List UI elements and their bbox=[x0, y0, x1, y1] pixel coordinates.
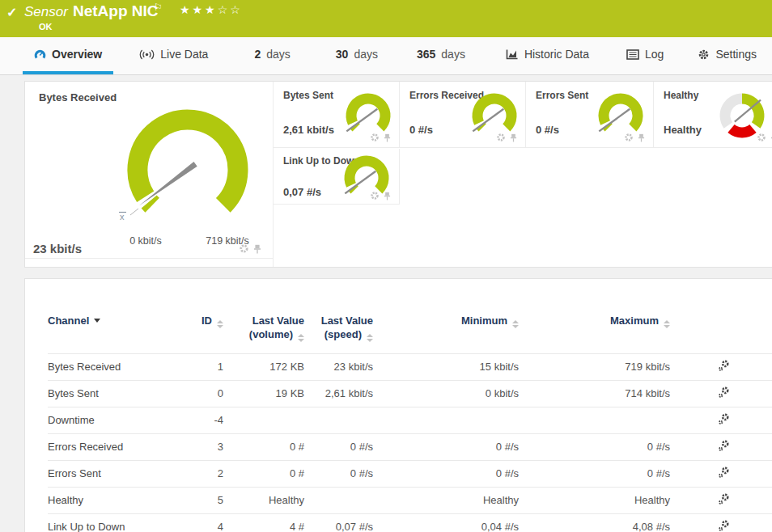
gauge-card-link-up-to-down[interactable]: Link Up to Down 0,07 #/s bbox=[274, 149, 400, 205]
channel-settings-icon[interactable] bbox=[717, 439, 731, 453]
tab-historic-data[interactable]: Historic Data bbox=[504, 37, 591, 74]
area-chart-icon bbox=[506, 49, 519, 60]
gauge-card-bytes-received[interactable]: Bytes Received x 0 kbit/s 719 kbit/s 23 … bbox=[25, 82, 274, 267]
last-value-volume: 19 KB bbox=[223, 380, 304, 407]
gauge-value: 0,07 #/s bbox=[283, 186, 321, 198]
tab-365-days[interactable]: 365 days bbox=[415, 37, 467, 74]
tab-settings[interactable]: Settings bbox=[696, 37, 758, 74]
channel-name: Errors Sent bbox=[48, 460, 177, 487]
last-value-speed: 23 kbit/s bbox=[304, 353, 373, 380]
status-ok-check-icon: ✓ bbox=[6, 5, 17, 20]
tab-label: Settings bbox=[715, 48, 757, 61]
channel-id: 1 bbox=[177, 353, 223, 380]
pin-icon[interactable] bbox=[384, 192, 391, 201]
table-row[interactable]: Errors Received 3 0 # 0 #/s 0 #/s 0 #/s bbox=[48, 433, 772, 460]
gauge-value: 0 #/s bbox=[536, 124, 559, 136]
maximum-value: Healthy bbox=[519, 487, 670, 513]
tab-label: days bbox=[266, 48, 291, 61]
table-row[interactable]: Bytes Sent 0 19 KB 2,61 kbit/s 0 kbit/s … bbox=[48, 380, 772, 407]
tab-number: 30 bbox=[336, 48, 349, 61]
maximum-value: 714 kbit/s bbox=[519, 380, 670, 407]
table-row[interactable]: Bytes Received 1 172 KB 23 kbit/s 15 kbi… bbox=[48, 353, 772, 380]
channel-gear-icon[interactable] bbox=[624, 133, 634, 142]
average-marker-label: x bbox=[120, 212, 125, 222]
channel-settings-icon[interactable] bbox=[717, 412, 731, 426]
tab-number: 365 bbox=[417, 48, 435, 61]
status-badge: OK bbox=[39, 22, 53, 32]
gauge-icon bbox=[34, 49, 46, 61]
column-header-actions bbox=[670, 279, 772, 353]
channel-settings-icon[interactable] bbox=[717, 492, 731, 506]
channel-table: Channel ID Last Value (volume) Last Valu… bbox=[48, 279, 772, 532]
gauge-card-errors-sent[interactable]: Errors Sent 0 #/s bbox=[526, 82, 654, 148]
gauge-value: Healthy bbox=[664, 124, 702, 136]
table-row[interactable]: Errors Sent 2 0 # 0 #/s 0 #/s 0 #/s bbox=[48, 460, 772, 487]
sort-icon bbox=[217, 320, 223, 328]
column-header-minimum[interactable]: Minimum bbox=[373, 279, 519, 353]
channel-settings-icon[interactable] bbox=[717, 519, 731, 532]
table-row[interactable]: Downtime -4 bbox=[48, 407, 772, 433]
channel-gear-icon[interactable] bbox=[496, 133, 506, 142]
gear-icon bbox=[698, 49, 710, 61]
tab-number: 2 bbox=[254, 48, 261, 61]
flag-icon[interactable]: ⚐ bbox=[154, 2, 163, 13]
channel-table-panel: Channel ID Last Value (volume) Last Valu… bbox=[24, 278, 772, 532]
sensor-title: NetApp NIC bbox=[73, 2, 159, 20]
object-kind-label: Sensor bbox=[24, 4, 68, 20]
pin-icon[interactable] bbox=[253, 244, 261, 254]
sensor-header: ✓ Sensor NetApp NIC ⚐ ★★★☆☆ OK bbox=[0, 0, 772, 37]
channel-name: Healthy bbox=[48, 487, 177, 513]
overview-gauges-panel: Bytes Received x 0 kbit/s 719 kbit/s 23 … bbox=[24, 81, 772, 268]
pin-icon[interactable] bbox=[510, 133, 517, 142]
last-value-volume bbox=[223, 407, 304, 433]
maximum-value bbox=[519, 407, 670, 433]
tab-bar: Overview Live Data 2 days 30 days 365 da… bbox=[0, 37, 772, 75]
minimum-value bbox=[373, 407, 519, 433]
last-value-volume: 172 KB bbox=[223, 353, 304, 380]
gauge-title: Healthy bbox=[664, 90, 698, 101]
gauge-card-errors-received[interactable]: Errors Received 0 #/s bbox=[400, 82, 526, 148]
channel-name: Errors Received bbox=[48, 433, 177, 460]
column-header-maximum[interactable]: Maximum bbox=[519, 279, 670, 353]
sort-icon bbox=[664, 320, 670, 328]
tab-overview[interactable]: Overview bbox=[23, 37, 113, 74]
small-gauge-grid: Bytes Sent 2,61 kbit/s Errors Received bbox=[274, 82, 772, 267]
column-header-id[interactable]: ID bbox=[177, 279, 223, 353]
table-row[interactable]: Healthy 5 Healthy Healthy Healthy bbox=[48, 487, 772, 513]
channel-gear-icon[interactable] bbox=[370, 133, 380, 142]
last-value-speed bbox=[304, 407, 373, 433]
column-header-last-value-speed[interactable]: Last Value (speed) bbox=[304, 279, 373, 353]
gauge-min-label: 0 kbit/s bbox=[117, 235, 174, 247]
gauge-value: 23 kbit/s bbox=[33, 242, 82, 255]
tab-2-days[interactable]: 2 days bbox=[252, 37, 291, 74]
last-value-volume: 0 # bbox=[223, 460, 304, 487]
last-value-volume: Healthy bbox=[223, 487, 304, 513]
tab-log[interactable]: Log bbox=[625, 37, 665, 74]
channel-id: -4 bbox=[177, 407, 223, 433]
gauge-card-healthy[interactable]: Healthy Healthy bbox=[654, 82, 772, 148]
table-row[interactable]: Link Up to Down 4 4 # 0,07 #/s 0,04 #/s … bbox=[48, 513, 772, 532]
channel-settings-icon[interactable] bbox=[717, 359, 731, 373]
last-value-speed: 0,07 #/s bbox=[304, 513, 373, 532]
tab-label: Log bbox=[645, 48, 664, 61]
channel-gear-icon[interactable] bbox=[757, 133, 766, 142]
channel-settings-icon[interactable] bbox=[717, 466, 731, 479]
gauge-title: Bytes Sent bbox=[283, 90, 333, 101]
broadcast-icon bbox=[139, 49, 155, 60]
column-header-channel[interactable]: Channel bbox=[48, 279, 177, 353]
last-value-volume: 0 # bbox=[223, 433, 304, 460]
prtg-sensor-page: ✓ Sensor NetApp NIC ⚐ ★★★☆☆ OK Overview … bbox=[0, 0, 772, 532]
pin-icon[interactable] bbox=[384, 133, 391, 142]
channel-gear-icon[interactable] bbox=[370, 191, 380, 201]
tab-live-data[interactable]: Live Data bbox=[138, 37, 210, 74]
column-header-last-value-volume[interactable]: Last Value (volume) bbox=[223, 279, 304, 353]
pin-icon[interactable] bbox=[638, 133, 645, 142]
channel-gear-icon[interactable] bbox=[239, 243, 249, 254]
tab-label: days bbox=[354, 48, 378, 61]
gauge-card-bytes-sent[interactable]: Bytes Sent 2,61 kbit/s bbox=[274, 82, 400, 148]
priority-stars[interactable]: ★★★☆☆ bbox=[180, 3, 243, 16]
maximum-value: 0 #/s bbox=[519, 460, 670, 487]
tab-30-days[interactable]: 30 days bbox=[334, 37, 380, 74]
channel-settings-icon[interactable] bbox=[717, 386, 731, 399]
minimum-value: 0 #/s bbox=[373, 460, 519, 487]
